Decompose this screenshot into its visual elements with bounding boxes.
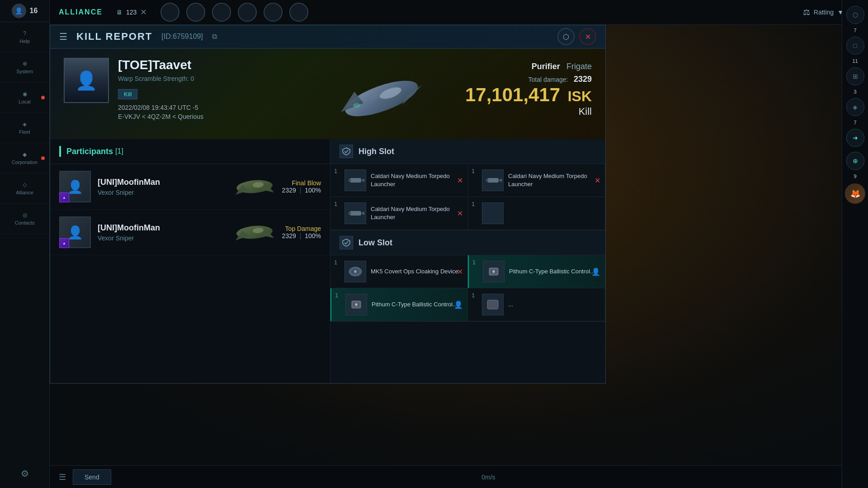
item-x-l1[interactable]: ✕ <box>457 267 463 276</box>
total-damage-row: Total damage: 2329 <box>465 75 592 84</box>
copy-icon[interactable]: ⧉ <box>212 33 217 41</box>
system-icon: ⊕ <box>23 61 27 67</box>
channel-name: ALLIANCE <box>59 8 103 16</box>
sidebar-label-corporation: Corporation <box>12 160 38 165</box>
right-btn-4[interactable]: ◈ <box>846 98 864 116</box>
item-img-h4 <box>482 202 504 224</box>
item-x-h3[interactable]: ✕ <box>457 209 463 218</box>
svg-point-32 <box>355 303 358 306</box>
sidebar-item-corporation[interactable]: ◆ Corporation <box>0 143 49 174</box>
topbar-circle-6[interactable] <box>289 3 308 22</box>
sidebar-item-help[interactable]: ? Help <box>0 22 49 52</box>
participant-card-2[interactable]: 👤 ▲ [UNI]MoofinMan Vexor Sniper <box>50 210 330 255</box>
topbar: ALLIANCE 🖥 123 ✕ ⚖ Ratting ▼ ▽ <box>50 0 868 25</box>
svg-point-26 <box>354 270 357 273</box>
svg-marker-16 <box>361 178 364 182</box>
item-x-h2[interactable]: ✕ <box>594 176 600 185</box>
participant-card-1[interactable]: 👤 ▲ [UNI]MoofinMan Vexor Sniper <box>50 164 330 210</box>
pct-value-1: 100% <box>305 187 321 194</box>
slot-item-high-1: 1 Caldari Navy Medium Torpedo Launcher ✕ <box>330 164 468 197</box>
item-count-h4: 1 <box>472 201 475 207</box>
slot-item-high-3: 1 Caldari Navy Medium Torpedo Launcher ✕ <box>330 197 468 230</box>
module-icon <box>484 296 502 314</box>
slot-item-low-4: 1 ... <box>468 288 605 321</box>
participants-header: Participants [1] <box>50 139 330 164</box>
svg-point-29 <box>492 270 495 273</box>
participant-info-1: [UNI]MoofinMan Vexor Sniper <box>98 178 232 196</box>
close-button[interactable]: ✕ <box>579 28 596 45</box>
rating-label: Ratting <box>814 9 834 16</box>
contacts-icon: ◎ <box>23 212 27 218</box>
item-person-l2: 👤 <box>591 267 600 276</box>
bottom-menu-icon[interactable]: ☰ <box>59 472 66 482</box>
topbar-circle-1[interactable] <box>160 3 179 22</box>
settings-icon[interactable]: ⚙ <box>21 468 29 479</box>
sidebar-nav: ? Help ⊕ System ◉ Local ◈ Fleet ◆ Corpor… <box>0 22 49 459</box>
low-slot-section: Low Slot 1 MK5 Covert Ops Clo <box>330 230 605 322</box>
sidebar-item-fleet[interactable]: ◈ Fleet <box>0 113 49 143</box>
sidebar-item-alliance[interactable]: ◇ Alliance <box>0 174 49 204</box>
ship-class-name: Frigate <box>566 62 592 71</box>
slot-item-low-3: 1 Pithum C-Type Ballistic Control... 👤 <box>330 288 468 321</box>
ballistic-icon-1 <box>485 263 503 281</box>
topbar-circle-3[interactable] <box>212 3 231 22</box>
sidebar-item-local[interactable]: ◉ Local <box>0 83 49 113</box>
rank-badge-2: ▲ <box>59 238 69 248</box>
right-btn-2[interactable]: □ <box>846 37 864 55</box>
right-btn-1[interactable]: ⬡ <box>846 6 864 24</box>
chat-button[interactable]: 🖥 123 ✕ <box>116 7 147 17</box>
svg-rect-21 <box>350 211 361 216</box>
menu-icon[interactable]: ☰ <box>59 31 67 42</box>
right-avatar[interactable]: 🦊 <box>845 183 865 204</box>
sidebar-label-system: System <box>16 69 33 74</box>
isk-value: 17,101,417 <box>465 84 560 105</box>
rating-icon: ⚖ <box>803 7 810 17</box>
item-x-h1[interactable]: ✕ <box>457 176 463 185</box>
sidebar-label-contacts: Contacts <box>15 220 34 225</box>
right-btn-3[interactable]: ⊞ <box>846 67 864 85</box>
sidebar-item-contacts[interactable]: ◎ Contacts <box>0 204 49 234</box>
shield-icon-low <box>342 239 350 247</box>
rating-button[interactable]: ⚖ Ratting ▼ <box>803 7 844 17</box>
right-count-1: 7 <box>854 28 856 33</box>
item-count-h3: 1 <box>334 201 337 207</box>
sidebar-item-system[interactable]: ⊕ System <box>0 52 49 83</box>
player-avatar: 👤 <box>12 4 26 18</box>
right-btn-target[interactable]: ⊕ <box>846 152 864 170</box>
right-count-2: 11 <box>852 58 858 64</box>
isk-row: 17,101,417 ISK <box>465 84 592 106</box>
panel-id: [ID:6759109] <box>161 33 203 41</box>
topbar-circle-4[interactable] <box>238 3 257 22</box>
item-img-l3 <box>345 294 367 315</box>
top-damage-label: Top Damage <box>282 225 321 232</box>
participant-ship-img-1 <box>232 171 278 202</box>
item-count-l3: 1 <box>335 292 338 299</box>
alliance-icon: ◇ <box>23 182 27 188</box>
panel-title: KILL REPORT <box>76 31 152 42</box>
damage-value-1: 2329 <box>282 187 296 194</box>
torpedo-icon-2 <box>484 171 502 189</box>
local-icon: ◉ <box>23 91 27 97</box>
topbar-circle-2[interactable] <box>186 3 205 22</box>
portrait-image: 👤 <box>65 59 108 102</box>
send-button[interactable]: Send <box>73 469 111 485</box>
low-slot-header: Low Slot <box>330 230 605 255</box>
item-person-l3: 👤 <box>454 300 463 309</box>
participant-avatar-2: 👤 ▲ <box>59 216 91 248</box>
help-icon: ? <box>23 30 26 37</box>
low-slot-icon <box>340 236 353 249</box>
item-img-l2 <box>483 261 505 282</box>
slots-panel: High Slot 1 Caldari Navy Medi <box>330 139 605 383</box>
right-btn-arrow[interactable]: ➜ <box>846 129 864 147</box>
player-count: 16 <box>30 7 38 15</box>
export-button[interactable]: ⬡ <box>557 28 575 45</box>
high-slot-items: 1 Caldari Navy Medium Torpedo Launcher ✕ <box>330 164 605 230</box>
svg-rect-17 <box>349 179 351 182</box>
item-img-l1 <box>344 261 366 282</box>
svg-rect-33 <box>487 300 498 309</box>
high-slot-title: High Slot <box>359 147 394 156</box>
separator-1: | <box>300 187 302 194</box>
topbar-circle-5[interactable] <box>264 3 283 22</box>
kill-type-label: Kill <box>465 106 592 117</box>
svg-marker-22 <box>361 211 364 215</box>
